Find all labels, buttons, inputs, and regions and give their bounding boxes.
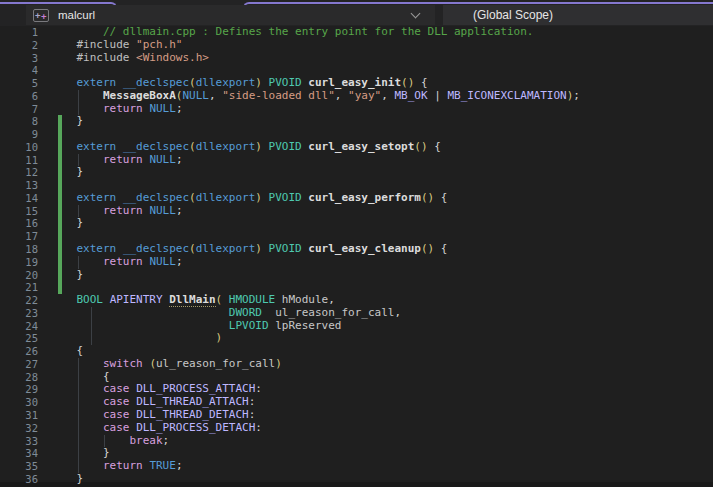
code-text[interactable] <box>77 128 713 141</box>
scope-dropdown[interactable]: (Global Scope) <box>443 5 713 25</box>
line-number[interactable]: 8 <box>0 115 38 128</box>
code-token: dllexport <box>196 191 256 204</box>
line-number[interactable]: 32 <box>0 422 38 435</box>
code-line[interactable]: 25 ) <box>0 332 713 345</box>
code-text[interactable]: extern __declspec(dllexport) PVOID curl_… <box>77 77 713 90</box>
code-text[interactable]: // dllmain.cpp : Defines the entry point… <box>77 26 713 39</box>
code-line[interactable]: 19 return NULL; <box>0 256 713 269</box>
line-number[interactable]: 15 <box>0 205 38 218</box>
chevron-down-icon[interactable] <box>411 8 421 18</box>
line-number[interactable]: 18 <box>0 243 38 256</box>
line-number[interactable]: 22 <box>0 294 38 307</box>
code-line[interactable]: 11 return NULL; <box>0 154 713 167</box>
code-line[interactable]: 18extern __declspec(dllexport) PVOID cur… <box>0 243 713 256</box>
code-line[interactable]: 6 MessageBoxA(NULL, "side-loaded dll", "… <box>0 90 713 103</box>
code-editor[interactable]: 1 // dllmain.cpp : Defines the entry poi… <box>0 26 713 487</box>
code-text[interactable]: #include "pch.h" <box>77 39 713 52</box>
line-number[interactable]: 7 <box>0 103 38 116</box>
line-number[interactable]: 12 <box>0 166 38 179</box>
code-line[interactable]: 26{ <box>0 345 713 358</box>
line-number[interactable]: 16 <box>0 217 38 230</box>
code-text[interactable]: case DLL_PROCESS_DETACH: <box>77 422 713 435</box>
code-line[interactable]: 5extern __declspec(dllexport) PVOID curl… <box>0 77 713 90</box>
code-line[interactable]: 35 return TRUE; <box>0 460 713 473</box>
code-text[interactable]: extern __declspec(dllexport) PVOID curl_… <box>77 243 713 256</box>
code-line[interactable]: 15 return NULL; <box>0 205 713 218</box>
code-text[interactable]: } <box>77 217 713 230</box>
code-line[interactable]: 3#include <Windows.h> <box>0 52 713 65</box>
line-number[interactable]: 28 <box>0 371 38 384</box>
change-indicator <box>58 26 63 39</box>
code-line[interactable]: 31 case DLL_THREAD_DETACH: <box>0 409 713 422</box>
project-types-dropdown[interactable]: ++ malcurl <box>26 5 435 25</box>
code-text[interactable]: case DLL_THREAD_DETACH: <box>77 409 713 422</box>
line-number[interactable]: 35 <box>0 460 38 473</box>
code-text[interactable]: MessageBoxA(NULL, "side-loaded dll", "ya… <box>77 90 713 103</box>
line-number[interactable]: 23 <box>0 307 38 320</box>
code-line[interactable]: 22BOOL APIENTRY DllMain( HMODULE hModule… <box>0 294 713 307</box>
line-number[interactable]: 29 <box>0 383 38 396</box>
code-text[interactable]: extern __declspec(dllexport) PVOID curl_… <box>77 141 713 154</box>
code-text[interactable]: } <box>77 166 713 179</box>
code-text[interactable]: #include <Windows.h> <box>77 52 713 65</box>
line-number[interactable]: 6 <box>0 90 38 103</box>
code-text[interactable]: } <box>77 473 713 486</box>
line-number[interactable]: 36 <box>0 473 38 486</box>
code-line[interactable]: 27 switch (ul_reason_for_call) <box>0 358 713 371</box>
code-text[interactable]: return NULL; <box>77 154 713 167</box>
line-number[interactable]: 9 <box>0 128 38 141</box>
line-number[interactable]: 31 <box>0 409 38 422</box>
code-text[interactable]: return NULL; <box>77 205 713 218</box>
code-line[interactable]: 20} <box>0 269 713 282</box>
line-number[interactable]: 34 <box>0 447 38 460</box>
line-number[interactable]: 19 <box>0 256 38 269</box>
code-text[interactable]: ) <box>77 332 713 345</box>
code-line[interactable]: 2#include "pch.h" <box>0 39 713 52</box>
code-token: | <box>434 89 441 102</box>
line-number[interactable]: 33 <box>0 435 38 448</box>
code-text[interactable]: return NULL; <box>77 256 713 269</box>
code-text[interactable]: { <box>77 345 713 358</box>
code-line[interactable]: 16} <box>0 217 713 230</box>
line-number[interactable]: 25 <box>0 332 38 345</box>
line-number[interactable]: 17 <box>0 230 38 243</box>
code-line[interactable]: 1 // dllmain.cpp : Defines the entry poi… <box>0 26 713 39</box>
code-line[interactable]: 10extern __declspec(dllexport) PVOID cur… <box>0 141 713 154</box>
code-line[interactable]: 32 case DLL_PROCESS_DETACH: <box>0 422 713 435</box>
code-text[interactable]: } <box>77 269 713 282</box>
line-number[interactable]: 5 <box>0 77 38 90</box>
line-number[interactable]: 2 <box>0 39 38 52</box>
line-number[interactable]: 4 <box>0 64 38 77</box>
code-line[interactable]: 7 return NULL; <box>0 103 713 116</box>
code-text[interactable]: switch (ul_reason_for_call) <box>77 358 713 371</box>
code-token: case <box>103 382 130 395</box>
code-line[interactable]: 9 <box>0 128 713 141</box>
line-number[interactable]: 11 <box>0 154 38 167</box>
code-line[interactable]: 36} <box>0 473 713 486</box>
line-number[interactable]: 14 <box>0 192 38 205</box>
code-text[interactable]: } <box>77 115 713 128</box>
code-text[interactable]: BOOL APIENTRY DllMain( HMODULE hModule, <box>77 294 713 307</box>
line-number[interactable]: 30 <box>0 396 38 409</box>
line-number[interactable]: 27 <box>0 358 38 371</box>
code-line[interactable]: 14extern __declspec(dllexport) PVOID cur… <box>0 192 713 205</box>
line-number[interactable]: 24 <box>0 320 38 333</box>
line-number[interactable]: 10 <box>0 141 38 154</box>
code-text[interactable]: DWORD ul_reason_for_call, <box>77 307 713 320</box>
line-number[interactable]: 3 <box>0 52 38 65</box>
code-text[interactable]: break; <box>77 435 713 448</box>
code-text[interactable]: extern __declspec(dllexport) PVOID curl_… <box>77 192 713 205</box>
line-number[interactable]: 20 <box>0 269 38 282</box>
code-token <box>77 153 104 166</box>
code-line[interactable]: 8} <box>0 115 713 128</box>
line-number[interactable]: 21 <box>0 281 38 294</box>
code-text[interactable]: return NULL; <box>77 103 713 116</box>
code-line[interactable]: 12} <box>0 166 713 179</box>
code-text[interactable]: return TRUE; <box>77 460 713 473</box>
line-number[interactable]: 13 <box>0 179 38 192</box>
code-token: NULL <box>149 102 176 115</box>
code-line[interactable]: 23 DWORD ul_reason_for_call, <box>0 307 713 320</box>
line-number[interactable]: 1 <box>0 26 38 39</box>
change-indicator <box>58 256 63 269</box>
line-number[interactable]: 26 <box>0 345 38 358</box>
